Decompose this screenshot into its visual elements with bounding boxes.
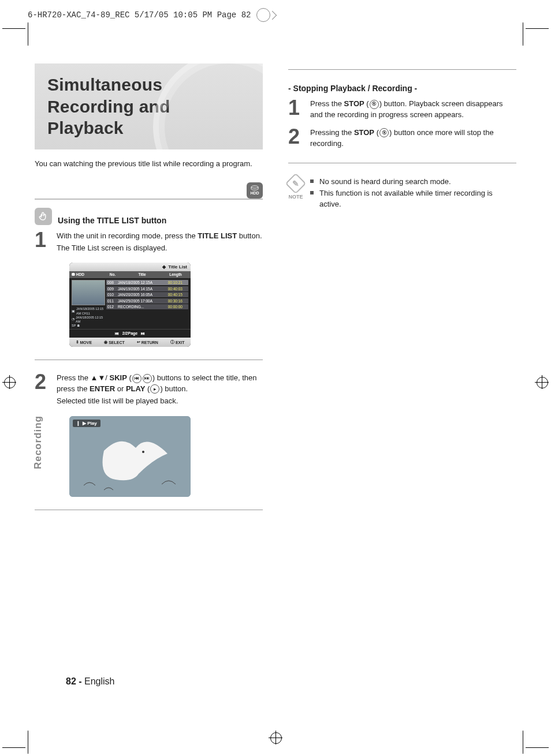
divider: [288, 69, 516, 70]
divider: [35, 199, 263, 200]
hdd-icon: ⛃: [72, 272, 75, 276]
hdd-badge-icon: HDD: [247, 182, 263, 199]
section-head: Using the TITLE LIST button: [35, 208, 263, 225]
note-label: NOTE: [288, 194, 303, 200]
play-overlay-icon: ❙: [76, 421, 80, 426]
select-icon: ◉: [104, 340, 107, 345]
bullet-icon: [310, 179, 314, 183]
playback-screen: ❙ ▶ Play: [69, 416, 191, 497]
registration-mark-icon: [2, 375, 16, 389]
skip-prev-icon: ⏮︎: [132, 374, 142, 383]
updown-icon: ⇕: [76, 340, 79, 345]
step-2: 2 Press the ▲▼/ SKIP (⏮︎⏭︎) buttons to s…: [35, 373, 263, 408]
registration-mark-icon: [269, 731, 282, 744]
note-icon: ✎: [285, 173, 307, 194]
right-subheading: - Stopping Playback / Recording -: [288, 84, 516, 93]
skip-prev-icon: ⏮︎: [115, 331, 119, 335]
step-number: 1: [35, 231, 51, 249]
right-step-1: 1 Press the STOP (⦿) button. Playback sc…: [288, 99, 516, 122]
section-head-label: Using the TITLE LIST button: [58, 216, 166, 225]
preview-meta: ▣JAN/18/2005 12:15 AM CH11 ◔JAN/18/2005 …: [72, 307, 104, 328]
return-icon: ↩: [137, 340, 140, 345]
step-number: 2: [35, 373, 51, 391]
paging-label: 2/2Page: [122, 331, 137, 335]
play-overlay-label: ▶ Play: [83, 421, 97, 426]
stop-icon: ⦿: [370, 100, 379, 109]
preview-thumbnail: [72, 280, 105, 305]
clock-icon: ◔: [72, 317, 75, 321]
divider: [35, 510, 263, 510]
intro-text: You can watching the previous title list…: [35, 159, 263, 169]
bullet-icon: [310, 191, 314, 194]
title-list-label: Title List: [168, 264, 187, 270]
title-list-row: 012RECORDING...00:00:00: [106, 304, 188, 309]
exit-icon: ⓘ: [170, 339, 174, 345]
title-list-screen: ◆ Title List ⛃ HDD No. Title Length ▣: [69, 263, 191, 347]
play-icon: ▸: [150, 384, 159, 394]
divider: [35, 360, 263, 360]
diamond-icon: ◆: [162, 264, 166, 270]
right-step-2: 2 Pressing the STOP (⦿) button once more…: [288, 128, 516, 151]
folder-icon: ▣: [72, 309, 75, 313]
skip-next-icon: ⏭︎: [143, 374, 152, 383]
seagull-image: [69, 416, 191, 497]
title-list-row: 011JAN/25/2005 17:00A00:30:16: [106, 298, 188, 304]
hand-pointer-icon: [35, 208, 52, 225]
title-list-row: 010JAN/20/2005 16:05A00:40:15: [106, 292, 188, 297]
page-footer: 82 - English: [66, 676, 115, 687]
skip-next-icon: ⏭︎: [141, 331, 145, 335]
step-number: 1: [288, 99, 304, 117]
title-list-row: 009JAN/19/2005 14:15A00:40:03: [106, 286, 188, 291]
lock-icon: 🔒︎: [77, 324, 80, 328]
divider: [288, 163, 516, 163]
step-1: 1 With the unit in recording mode, press…: [35, 231, 263, 255]
note-item: No sound is heard during search mode.: [310, 176, 516, 188]
registration-mark-icon: [535, 375, 549, 389]
prepress-slug: 6-HR720-XAC_74-89_REC 5/17/05 10:05 PM P…: [28, 8, 276, 22]
stop-icon: ⦿: [379, 128, 389, 137]
svg-point-2: [142, 451, 144, 453]
svg-point-0: [251, 186, 258, 188]
note-item: This function is not available while tim…: [310, 188, 516, 210]
title-list-row: 008JAN/18/2005 12:15A00:10:21: [106, 280, 188, 285]
note-block: ✎ NOTE No sound is heard during search m…: [288, 176, 516, 210]
section-title-box: Simultaneous Recording and Playback: [35, 63, 263, 149]
step-number: 2: [288, 128, 304, 146]
